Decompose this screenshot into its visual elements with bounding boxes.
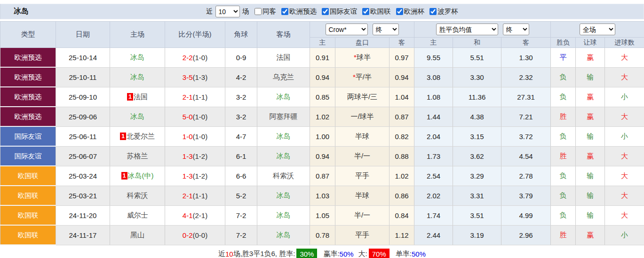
result-goals: 大 [605, 67, 644, 87]
crow-away-odds: 1.04 [390, 87, 414, 107]
result-handicap: 输 [576, 205, 605, 225]
subheader-handicap: 盘口 [335, 38, 390, 48]
home-team-name[interactable]: 冰岛 [130, 53, 144, 61]
crow-home-odds: 1.00 [310, 126, 335, 146]
result-handicap: 输 [576, 186, 605, 205]
away-team[interactable]: 法国 [257, 48, 310, 68]
home-team-name[interactable]: 黑山 [130, 231, 144, 239]
league-filter-label: 欧洲杯 [404, 7, 425, 16]
result-goals: 大 [605, 205, 644, 225]
home-team-name[interactable]: 冰岛 [130, 112, 144, 120]
halftime-score: (1-3) [193, 73, 208, 81]
home-team[interactable]: 冰岛 [110, 48, 165, 68]
league-name: 欧国联 [18, 192, 39, 199]
home-team[interactable]: 苏格兰 [110, 146, 165, 166]
top-strip [0, 0, 644, 4]
crow-handicap: 两球半/三 [335, 87, 390, 107]
league-filter[interactable]: 国际友谊 [322, 7, 357, 16]
result-handicap: 输 [576, 126, 605, 146]
home-team-name[interactable]: 法国 [134, 93, 148, 101]
league-filter-label: 波罗杯 [437, 7, 458, 16]
away-team[interactable]: 阿塞拜疆 [257, 107, 310, 126]
away-team[interactable]: 冰岛 [257, 186, 310, 205]
red-card-badge: 1 [121, 172, 127, 180]
league-filter-label: 国际友谊 [330, 7, 357, 16]
away-team-name[interactable]: 科索沃 [273, 172, 294, 180]
league-filter[interactable]: 波罗杯 [429, 7, 458, 16]
league-filter-checkbox[interactable] [254, 8, 262, 15]
league-filter-checkbox[interactable] [429, 8, 437, 15]
halftime-score: (1-1) [193, 93, 208, 101]
league-filter[interactable]: 欧洲杯 [396, 7, 425, 16]
crow-away-odds: 0.86 [390, 186, 414, 205]
away-team[interactable]: 冰岛 [257, 146, 310, 166]
header-away: 客场 [257, 22, 310, 48]
recent-count-select[interactable]: 10 [215, 6, 240, 17]
league-filter[interactable]: 同客 [254, 7, 276, 16]
home-team-name[interactable]: 科索沃 [127, 191, 148, 199]
crow-handicap: 平手 [335, 225, 390, 245]
home-team[interactable]: 科索沃 [110, 186, 165, 205]
away-team-name[interactable]: 乌克兰 [273, 73, 294, 81]
league-filter[interactable]: 欧国联 [362, 7, 391, 16]
result-handicap: 输 [576, 166, 605, 186]
home-team[interactable]: 黑山 [110, 225, 165, 245]
home-team[interactable]: 1冰岛(中) [110, 166, 165, 186]
away-team[interactable]: 冰岛 [257, 126, 310, 146]
home-team-name[interactable]: 冰岛(中) [128, 172, 154, 180]
away-team[interactable]: 冰岛 [257, 205, 310, 225]
league-filter-checkbox[interactable] [322, 8, 329, 15]
crow-final-select[interactable]: 终 [373, 23, 399, 35]
league-filter-checkbox[interactable] [396, 8, 403, 15]
away-team-name[interactable]: 冰岛 [277, 152, 291, 160]
result-goals: 大 [605, 166, 644, 186]
filter-controls: 近 10 场 同客 欧洲预选 国际友谊 欧国联 欧洲杯 波罗杯 [206, 4, 458, 19]
away-team-name[interactable]: 冰岛 [277, 93, 291, 101]
away-team-name[interactable]: 冰岛 [277, 191, 291, 199]
home-team-name[interactable]: 北爱尔兰 [127, 132, 155, 140]
home-team-name[interactable]: 威尔士 [127, 211, 148, 219]
home-team[interactable]: 威尔士 [110, 205, 165, 225]
score-cell: 1-3(1-2) [165, 166, 225, 186]
crow-away-odds: 0.88 [390, 146, 414, 166]
home-team[interactable]: 冰岛 [110, 67, 165, 87]
avg-draw-odds: 3.15 [453, 126, 501, 146]
away-team[interactable]: 乌克兰 [257, 67, 310, 87]
league-filter-checkbox[interactable] [362, 8, 369, 15]
match-row: 欧国联 24-11-20 威尔士 4-1(2-1) 7-2 冰岛 1.05 半/… [0, 205, 644, 225]
crow-handicap: 半/一 [335, 205, 390, 225]
crow-select-group: Crow* 终 [310, 22, 414, 38]
avg-home-odds: 1.08 [414, 87, 453, 107]
bookmaker-select[interactable]: Crow* [326, 23, 368, 35]
avg-away-odds: 27.31 [501, 87, 551, 107]
match-row: 欧国联 24-11-17 黑山 0-2(0-0) 7-2 冰岛 0.78 平手 … [0, 225, 644, 245]
home-team-name[interactable]: 冰岛 [130, 73, 144, 81]
home-team[interactable]: 冰岛 [110, 107, 165, 126]
home-team[interactable]: 1法国 [110, 87, 165, 107]
match-date: 25-09-10 [56, 87, 110, 107]
away-team-name[interactable]: 法国 [277, 53, 291, 61]
away-team[interactable]: 科索沃 [257, 166, 310, 186]
league-badge: 欧国联 [0, 225, 56, 245]
avg-final-select[interactable]: 终 [503, 23, 529, 35]
home-team[interactable]: 1北爱尔兰 [110, 126, 165, 146]
away-team-name[interactable]: 阿塞拜疆 [270, 112, 298, 120]
match-row: 欧国联 25-03-21 科索沃 2-1(1-1) 5-2 冰岛 1.03 半球… [0, 186, 644, 205]
halftime-score: (1-0) [193, 133, 208, 141]
away-team-name[interactable]: 冰岛 [277, 231, 291, 239]
match-row: 国际友谊 25-06-07 苏格兰 1-3(1-2) 6-1 冰岛 0.94 半… [0, 146, 644, 166]
league-filter[interactable]: 欧洲预选 [281, 7, 317, 16]
away-team-name[interactable]: 冰岛 [277, 211, 291, 219]
away-team[interactable]: 冰岛 [257, 87, 310, 107]
handicap-text: 半/一 [354, 211, 370, 219]
away-team[interactable]: 冰岛 [257, 225, 310, 245]
scope-select[interactable]: 全场 [580, 23, 615, 35]
league-filter-checkbox[interactable] [281, 8, 288, 15]
away-team-name[interactable]: 冰岛 [277, 132, 291, 140]
avg-odds-select[interactable]: 胜平负均值 [436, 23, 498, 35]
crow-handicap: *平/半 [335, 67, 390, 87]
fulltime-score: 4-1 [183, 211, 193, 219]
home-team-name[interactable]: 苏格兰 [127, 152, 148, 160]
avg-home-odds: 9.55 [414, 48, 453, 68]
match-date: 25-03-21 [56, 186, 110, 205]
